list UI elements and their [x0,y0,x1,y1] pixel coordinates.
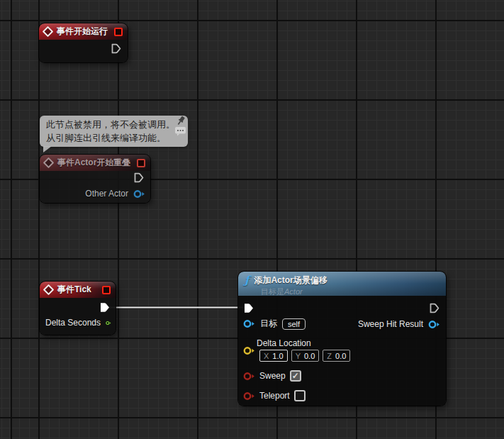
z-axis-label: Z [327,352,332,360]
teleport-pin[interactable] [243,391,255,401]
target-pin[interactable] [243,319,255,328]
node-title: 事件Tick [57,284,91,296]
pin-label-teleport: Teleport [259,391,290,401]
pin-label-other-actor: Other Actor [85,189,128,199]
sweep-checkbox-checked[interactable]: ✓ [290,370,301,382]
sweep-hit-result-pin[interactable] [428,320,440,329]
x-axis-value: 1.0 [272,352,283,360]
other-actor-row: Other Actor [47,189,145,199]
node-title: 事件开始运行 [57,26,108,38]
node-header[interactable]: ƒ 添加Actor场景偏移 目标是Actor [238,272,446,296]
sweep-pin[interactable] [243,372,255,381]
other-actor-pin[interactable] [133,189,145,199]
exec-output-pin-connected[interactable] [99,301,111,313]
y-axis-value: 0.0 [304,352,315,360]
pin-label-delta-seconds: Delta Seconds [45,318,101,328]
teleport-row: Teleport [243,390,306,401]
node-event-actorbeginoverlap[interactable]: 事件Actor开始重叠 Other Actor [40,155,150,203]
node-event-beginplay[interactable]: 事件开始运行 [39,23,128,62]
event-indicator-icon [114,28,123,36]
node-header[interactable]: 事件Tick [40,282,116,298]
comment-line-1: 此节点被禁用，将不会被调用。 [46,118,181,131]
exec-output-pin[interactable] [133,172,145,184]
x-value-field[interactable]: X1.0 [259,350,288,362]
comment-bubble-icon[interactable] [174,126,187,136]
node-title: 事件Actor开始重叠 [57,157,130,169]
event-diamond-icon [43,284,55,296]
exec-out-row [133,172,145,184]
x-axis-label: X [264,352,269,360]
exec-in-row [243,302,254,314]
delta-seconds-row: Delta Seconds [45,318,111,328]
teleport-checkbox-unchecked[interactable] [294,390,306,401]
delta-location-pin-row [243,346,255,355]
node-comment-bubble: 此节点被禁用，将不会被调用。 从引脚连出引线来编译功能。 [40,116,188,147]
event-diamond-icon [43,26,54,38]
event-indicator-icon [137,159,145,167]
node-add-actor-world-offset[interactable]: ƒ 添加Actor场景偏移 目标是Actor 目标 self [238,272,446,406]
exec-output-pin[interactable] [429,302,440,314]
function-icon: ƒ [245,274,249,287]
exec-out-row [111,43,122,55]
sweep-hit-result-row: Sweep Hit Result [358,319,440,329]
delta-seconds-pin[interactable] [106,318,111,328]
comment-line-2: 从引脚连出引线来编译功能。 [46,131,181,145]
node-subtitle: 目标是Actor [261,287,439,297]
node-header[interactable]: 事件开始运行 [39,23,128,40]
node-event-tick[interactable]: 事件Tick Delta Seconds [40,282,116,335]
exec-out-row [99,301,111,313]
y-axis-label: Y [296,352,301,360]
node-title: 添加Actor场景偏移 [254,274,327,287]
target-self-value[interactable]: self [282,318,306,330]
comment-bubble-tail [43,146,52,152]
pin-label-delta-location: Delta Location [257,338,311,348]
z-value-field[interactable]: Z0.0 [323,350,350,362]
target-row: 目标 self [243,318,306,330]
pin-label-sweep-hit-result: Sweep Hit Result [358,319,423,329]
event-indicator-icon [102,286,111,294]
pin-label-sweep: Sweep [259,371,286,381]
y-value-field[interactable]: Y0.0 [291,350,320,362]
check-icon: ✓ [292,372,299,380]
delta-location-pin[interactable] [243,346,255,355]
z-axis-value: 0.0 [335,352,346,360]
delta-location-label-row: Delta Location [257,338,311,348]
exec-output-pin[interactable] [111,43,122,55]
blueprint-graph-canvas[interactable]: 事件开始运行 此节点被禁用，将不会被调用。 从引脚连出引线来编译功能。 事件 [0,0,504,439]
event-diamond-icon [43,157,55,169]
exec-out-row [429,302,440,314]
subtitle-target-type: Actor [284,287,303,296]
pushpin-icon[interactable] [177,116,186,126]
delta-location-values-row: X1.0 Y0.0 Z0.0 [259,350,350,362]
node-header[interactable]: 事件Actor开始重叠 [40,155,150,171]
pin-label-target: 目标 [260,318,277,330]
sweep-row: Sweep ✓ [243,370,301,382]
exec-input-pin-connected[interactable] [243,302,254,314]
subtitle-prefix: 目标是 [261,287,284,296]
